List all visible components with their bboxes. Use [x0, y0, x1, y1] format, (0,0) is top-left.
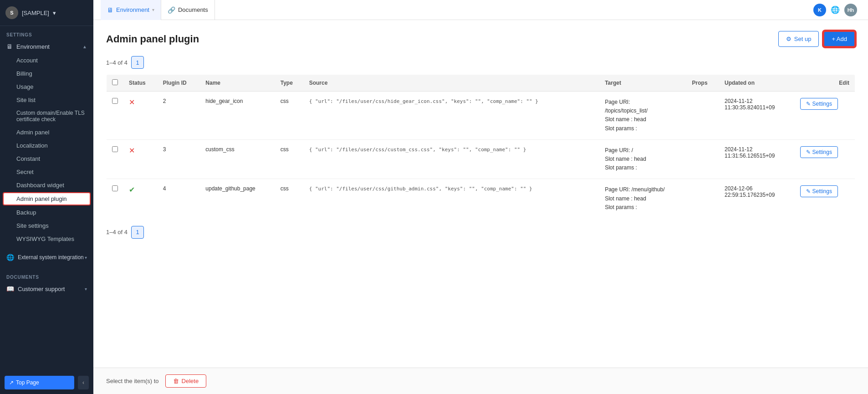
sidebar-group-external[interactable]: 🌐 External system integration ▾ — [0, 250, 93, 265]
row3-props — [687, 179, 719, 219]
content-area: Admin panel plugin ⚙ Set up + Add 1–4 of… — [93, 20, 868, 368]
row2-edit: ✎ Settings — [795, 139, 855, 179]
sidebar-item-wysiwyg[interactable]: WYSIWYG Templates — [0, 232, 93, 246]
add-button[interactable]: + Add — [823, 31, 855, 47]
sidebar-header[interactable]: S [SAMPLE] ▾ — [0, 0, 93, 26]
collapse-button[interactable]: ‹ — [78, 376, 89, 389]
row1-updated: 2024-11-1211:30:35.824011+09 — [719, 92, 795, 140]
page-1-bottom-button[interactable]: 1 — [131, 226, 144, 239]
avatar-hh[interactable]: Hh — [844, 4, 857, 16]
th-type: Type — [275, 75, 304, 92]
top-page-icon: ↗ — [9, 379, 14, 386]
settings-section-label: SETTINGS — [0, 26, 93, 39]
row2-type: css — [275, 139, 304, 179]
app-name: [SAMPLE] — [22, 10, 49, 16]
row1-settings-button[interactable]: ✎ Settings — [800, 98, 838, 110]
sidebar-item-dashboard-widget[interactable]: Dashboard widget — [0, 179, 93, 192]
tab-documents[interactable]: 🔗 Documents — [161, 0, 215, 20]
sidebar-item-secret[interactable]: Secret — [0, 165, 93, 179]
sidebar-item-constant[interactable]: Constant — [0, 152, 93, 165]
top-page-button[interactable]: ↗ Top Page — [5, 376, 74, 389]
sidebar-nav-items: Account Billing Usage Site list Custom d… — [0, 54, 93, 246]
page-1-button[interactable]: 1 — [131, 56, 144, 69]
avatar-k[interactable]: K — [813, 4, 826, 16]
row2-checkbox — [107, 139, 124, 179]
sidebar-item-backup[interactable]: Backup — [0, 206, 93, 219]
app-name-caret: ▾ — [53, 10, 56, 16]
environment-icon: 🖥 — [6, 43, 13, 50]
th-checkbox — [107, 75, 124, 92]
row2-updated: 2024-11-1211:31:56.126515+09 — [719, 139, 795, 179]
sidebar-item-localization[interactable]: Localization — [0, 139, 93, 152]
environment-tab-caret: ▾ — [152, 7, 154, 12]
row1-type: css — [275, 92, 304, 140]
row3-edit: ✎ Settings — [795, 179, 855, 219]
environment-group-label: Environment — [16, 43, 50, 50]
setup-icon: ⚙ — [786, 36, 791, 42]
table-row: ✕ 3 custom_css css { "url": "/files/user… — [107, 139, 855, 179]
row1-check[interactable] — [112, 98, 118, 104]
row1-edit: ✎ Settings — [795, 92, 855, 140]
table-row: ✔ 4 update_github_page css { "url": "/fi… — [107, 179, 855, 219]
sidebar-item-site-settings[interactable]: Site settings — [0, 219, 93, 232]
topbar: 🖥 Environment ▾ 🔗 Documents K 🌐 Hh — [93, 0, 868, 20]
sidebar-item-admin-panel[interactable]: Admin panel — [0, 126, 93, 139]
row2-plugin-id: 3 — [158, 139, 200, 179]
documents-section-label: DOCUMENTS — [0, 268, 93, 281]
row2-settings-button[interactable]: ✎ Settings — [800, 146, 838, 158]
main-panel: 🖥 Environment ▾ 🔗 Documents K 🌐 Hh Admin… — [93, 0, 868, 394]
plugins-table: Status Plugin ID Name Type Source Target… — [106, 74, 855, 219]
settings-icon: ✎ — [806, 149, 811, 155]
documents-tab-label: Documents — [178, 6, 208, 13]
setup-label: Set up — [794, 36, 812, 42]
row3-check[interactable] — [112, 185, 118, 191]
row3-name: update_github_page — [200, 179, 275, 219]
row2-name: custom_css — [200, 139, 275, 179]
th-status: Status — [123, 75, 158, 92]
error-icon: ✕ — [129, 147, 135, 154]
th-plugin-id: Plugin ID — [158, 75, 200, 92]
external-icon: 🌐 — [6, 254, 14, 261]
sidebar-item-account[interactable]: Account — [0, 54, 93, 67]
environment-chevron: ▲ — [82, 44, 87, 49]
delete-button[interactable]: 🗑 Delete — [165, 374, 207, 388]
select-all-checkbox[interactable] — [112, 79, 118, 85]
th-edit: Edit — [795, 75, 855, 92]
add-label: + Add — [832, 36, 847, 42]
app-logo: S — [5, 6, 18, 19]
row1-props — [687, 92, 719, 140]
sidebar-item-billing[interactable]: Billing — [0, 67, 93, 80]
sidebar-bottom: ↗ Top Page ‹ — [0, 371, 93, 394]
sidebar-item-usage[interactable]: Usage — [0, 80, 93, 93]
top-page-label: Top Page — [16, 379, 39, 386]
external-chevron: ▾ — [85, 255, 87, 260]
sidebar-group-environment[interactable]: 🖥 Environment ▲ — [0, 39, 93, 54]
row3-source: { "url": "/files/user/css/github_admin.c… — [304, 179, 599, 219]
delete-label: Delete — [182, 378, 199, 384]
topbar-right: K 🌐 Hh — [813, 4, 861, 16]
pagination-info: 1–4 of 4 — [106, 59, 128, 66]
settings-icon: ✎ — [806, 188, 811, 194]
globe-icon[interactable]: 🌐 — [831, 5, 840, 14]
customer-group-label: Customer support — [18, 286, 65, 292]
row2-check[interactable] — [112, 146, 118, 152]
content-header: Admin panel plugin ⚙ Set up + Add — [106, 31, 855, 47]
sidebar-group-customer[interactable]: 📖 Customer support ▾ — [0, 281, 93, 296]
delete-icon: 🗑 — [173, 378, 179, 384]
table-header-row: Status Plugin ID Name Type Source Target… — [107, 75, 855, 92]
customer-icon: 📖 — [6, 285, 14, 292]
sidebar-item-admin-panel-plugin[interactable]: Admin panel plugin — [3, 192, 91, 205]
row3-target: Page URI: /menu/github/Slot name : headS… — [599, 179, 686, 219]
table-row: ✕ 2 hide_gear_icon css { "url": "/files/… — [107, 92, 855, 140]
row2-source: { "url": "/files/user/css/custom_css.css… — [304, 139, 599, 179]
tab-environment[interactable]: 🖥 Environment ▾ — [101, 0, 161, 20]
row1-name: hide_gear_icon — [200, 92, 275, 140]
sidebar-item-custom-domain[interactable]: Custom domain/Enable TLS certificate che… — [0, 107, 93, 126]
setup-button[interactable]: ⚙ Set up — [778, 31, 819, 47]
header-buttons: ⚙ Set up + Add — [778, 31, 855, 47]
row3-settings-button[interactable]: ✎ Settings — [800, 185, 838, 197]
page-title: Admin panel plugin — [106, 33, 199, 45]
row3-status: ✔ — [123, 179, 158, 219]
row3-plugin-id: 4 — [158, 179, 200, 219]
sidebar-item-site-list[interactable]: Site list — [0, 93, 93, 107]
